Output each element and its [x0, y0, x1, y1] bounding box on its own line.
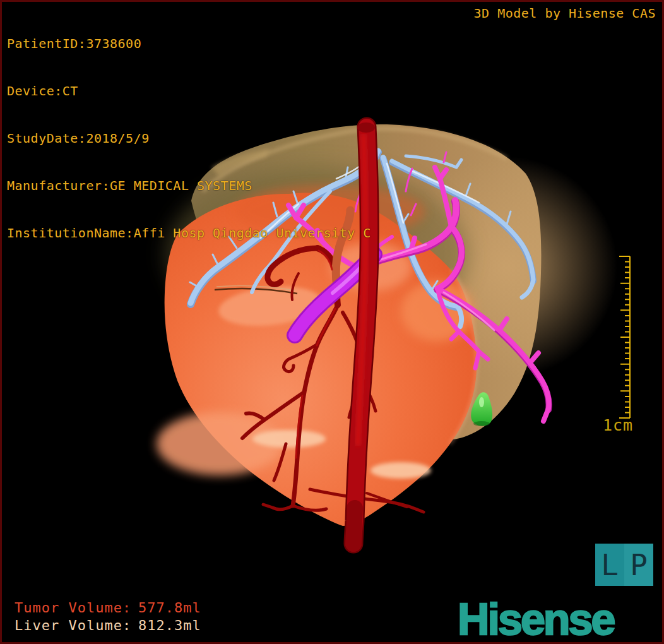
volume-readout: Tumor Volume: 577.8ml Liver Volume: 812.…	[15, 599, 201, 635]
hisense-logo: Hisense	[458, 594, 614, 644]
tumor-volume-value: 577.8ml	[138, 599, 201, 617]
scale-ruler	[602, 250, 640, 427]
institution-name: InstitutionName:Affi Hosp Qingdao Univer…	[7, 225, 371, 241]
manufacturer: Manufacturer:GE MEDICAL SYSTEMS	[7, 178, 371, 194]
liver-volume-label: Liver Volume:	[15, 617, 138, 635]
tumor-volume-label: Tumor Volume:	[15, 599, 138, 617]
orientation-left-letter: L	[595, 544, 624, 586]
study-date: StudyDate:2018/5/9	[7, 131, 371, 146]
orientation-marker: L P	[595, 544, 653, 586]
patient-id: PatientID:3738600	[7, 36, 371, 52]
watermark-text: 3D Model by Hisense CAS	[474, 6, 656, 21]
device: Device:CT	[7, 83, 371, 99]
ruler-scale-label: 1cm	[603, 416, 647, 434]
patient-info-overlay: PatientID:3738600 Device:CT StudyDate:20…	[7, 4, 371, 273]
liver-volume-value: 812.3ml	[138, 617, 201, 635]
liver-volume-row: Liver Volume: 812.3ml	[15, 617, 201, 635]
orientation-right-letter: P	[624, 544, 653, 586]
cas-3d-view-window: PatientID:3738600 Device:CT StudyDate:20…	[0, 0, 664, 644]
tumor-volume-row: Tumor Volume: 577.8ml	[15, 599, 201, 617]
